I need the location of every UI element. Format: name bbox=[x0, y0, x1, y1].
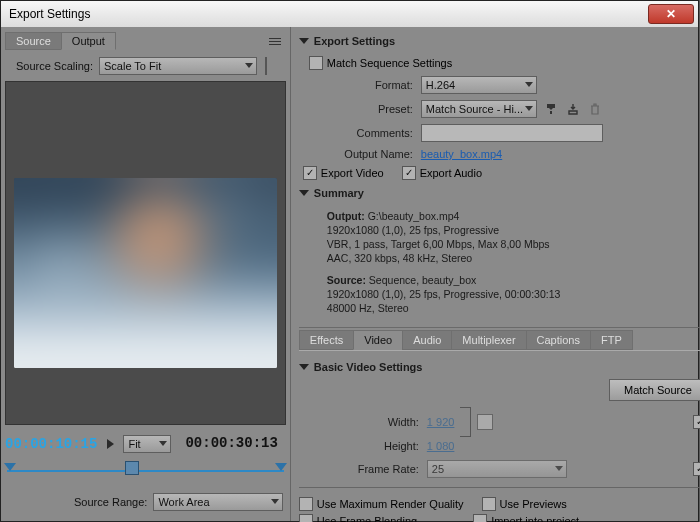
panel-menu-icon[interactable] bbox=[266, 33, 284, 49]
source-range-label: Source Range: bbox=[7, 496, 153, 508]
disclosure-triangle-icon[interactable] bbox=[299, 364, 309, 370]
export-video-checkbox[interactable] bbox=[303, 166, 317, 180]
height-value[interactable]: 1 080 bbox=[427, 440, 455, 452]
format-dropdown[interactable]: H.264 bbox=[421, 76, 537, 94]
frame-rate-match-checkbox[interactable] bbox=[693, 462, 700, 476]
tab-source[interactable]: Source bbox=[5, 32, 62, 50]
settings-tabs: Effects Video Audio Multiplexer Captions… bbox=[299, 327, 700, 351]
frame-rate-dropdown[interactable]: 25 bbox=[427, 460, 567, 478]
export-audio-checkbox[interactable] bbox=[402, 166, 416, 180]
width-label: Width: bbox=[299, 416, 427, 428]
comments-input[interactable] bbox=[421, 124, 603, 142]
summary-header: Summary bbox=[314, 187, 364, 199]
chevron-down-icon bbox=[245, 63, 253, 68]
tab-audio[interactable]: Audio bbox=[402, 330, 452, 350]
frame-rate-value: 25 bbox=[432, 463, 444, 475]
width-match-checkbox[interactable] bbox=[693, 415, 700, 429]
import-project-label: Import into project bbox=[491, 515, 579, 522]
tab-multiplexer[interactable]: Multiplexer bbox=[451, 330, 526, 350]
match-sequence-checkbox[interactable] bbox=[309, 56, 323, 70]
zoom-fit-dropdown[interactable]: Fit bbox=[123, 435, 171, 453]
export-audio-label: Export Audio bbox=[420, 167, 482, 179]
aspect-lock-icon[interactable] bbox=[477, 414, 493, 430]
disclosure-triangle-icon[interactable] bbox=[299, 190, 309, 196]
source-range-dropdown[interactable]: Work Area bbox=[153, 493, 283, 511]
match-sequence-label: Match Sequence Settings bbox=[327, 57, 452, 69]
output-name-link[interactable]: beauty_box.mp4 bbox=[421, 148, 502, 160]
preset-label: Preset: bbox=[299, 103, 421, 115]
height-label: Height: bbox=[299, 440, 427, 452]
source-scaling-label: Source Scaling: bbox=[5, 60, 99, 72]
play-button[interactable] bbox=[103, 437, 117, 451]
use-previews-label: Use Previews bbox=[500, 498, 567, 510]
frame-blending-checkbox[interactable] bbox=[299, 514, 313, 522]
summary-output: Output: G:\beauty_box.mp4 1920x1080 (1,0… bbox=[327, 209, 700, 265]
timeline-slider[interactable] bbox=[7, 463, 284, 479]
frame-rate-label: Frame Rate: bbox=[299, 463, 427, 475]
chevron-down-icon bbox=[159, 441, 167, 446]
chevron-down-icon bbox=[555, 466, 563, 471]
format-label: Format: bbox=[299, 79, 421, 91]
use-previews-checkbox[interactable] bbox=[482, 497, 496, 511]
duration-timecode: 00:00:30:13 bbox=[177, 429, 285, 459]
titlebar: Export Settings ✕ bbox=[1, 1, 698, 28]
disclosure-triangle-icon[interactable] bbox=[299, 38, 309, 44]
divider bbox=[265, 57, 267, 75]
output-name-label: Output Name: bbox=[299, 148, 421, 160]
zoom-fit-value: Fit bbox=[128, 438, 140, 450]
basic-video-header: Basic Video Settings bbox=[314, 361, 423, 373]
max-render-quality-label: Use Maximum Render Quality bbox=[317, 498, 464, 510]
frame-blending-label: Use Frame Blending bbox=[317, 515, 417, 522]
chevron-down-icon bbox=[525, 106, 533, 111]
source-scaling-value: Scale To Fit bbox=[104, 60, 161, 72]
chevron-down-icon bbox=[271, 499, 279, 504]
tab-effects[interactable]: Effects bbox=[299, 330, 354, 350]
source-range-value: Work Area bbox=[158, 496, 209, 508]
link-dimensions-icon[interactable] bbox=[460, 407, 471, 437]
max-render-quality-checkbox[interactable] bbox=[299, 497, 313, 511]
chevron-down-icon bbox=[525, 82, 533, 87]
match-source-button[interactable]: Match Source bbox=[609, 379, 700, 401]
tab-ftp[interactable]: FTP bbox=[590, 330, 633, 350]
preset-dropdown[interactable]: Match Source - Hi... bbox=[421, 100, 537, 118]
close-icon: ✕ bbox=[666, 7, 676, 21]
close-button[interactable]: ✕ bbox=[648, 4, 694, 24]
delete-preset-icon[interactable] bbox=[587, 101, 603, 117]
import-preset-icon[interactable] bbox=[565, 101, 581, 117]
tab-captions[interactable]: Captions bbox=[526, 330, 591, 350]
play-icon bbox=[107, 439, 114, 449]
preview-area[interactable] bbox=[5, 81, 286, 425]
source-scaling-dropdown[interactable]: Scale To Fit bbox=[99, 57, 257, 75]
import-project-checkbox[interactable] bbox=[473, 514, 487, 522]
comments-label: Comments: bbox=[299, 127, 421, 139]
tab-output[interactable]: Output bbox=[61, 32, 116, 50]
save-preset-icon[interactable] bbox=[543, 101, 559, 117]
playhead-icon[interactable] bbox=[125, 461, 139, 475]
preview-tabs: Source Output bbox=[5, 31, 286, 51]
window-title: Export Settings bbox=[5, 7, 648, 21]
export-video-label: Export Video bbox=[321, 167, 384, 179]
format-value: H.264 bbox=[426, 79, 455, 91]
export-settings-header: Export Settings bbox=[314, 35, 395, 47]
width-value[interactable]: 1 920 bbox=[427, 416, 455, 428]
preset-value: Match Source - Hi... bbox=[426, 103, 523, 115]
tab-video[interactable]: Video bbox=[353, 330, 403, 350]
summary-source: Source: Sequence, beauty_box 1920x1080 (… bbox=[327, 273, 700, 315]
current-timecode[interactable]: 00:00:10:15 bbox=[5, 436, 97, 452]
